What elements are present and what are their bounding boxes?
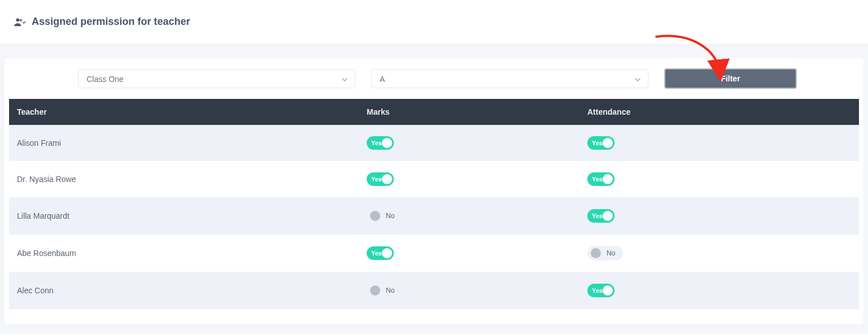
- toggle-knob: [603, 138, 613, 148]
- marks-cell: Yes: [367, 136, 587, 150]
- column-header-marks: Marks: [367, 107, 587, 116]
- toggle-on-label: Yes: [592, 176, 603, 183]
- attendance-cell: Yes: [587, 136, 851, 150]
- teacher-name: Alec Conn: [17, 286, 367, 295]
- table-header: Teacher Marks Attendance: [9, 99, 859, 125]
- toggle-on-label: Yes: [371, 176, 382, 183]
- table-row: Abe RosenbaumYesNo: [9, 235, 859, 272]
- toggle-knob: [370, 211, 380, 221]
- marks-toggle[interactable]: Yes: [367, 246, 394, 260]
- permissions-card: Class One A Filter Teacher Marks Attenda…: [5, 58, 863, 324]
- section-select-value: A: [371, 69, 648, 88]
- toggle-knob: [382, 248, 392, 258]
- toggle-knob: [382, 138, 392, 148]
- toggle-knob: [603, 211, 613, 221]
- teacher-name: Lilla Marquardt: [17, 211, 367, 220]
- attendance-toggle[interactable]: Yes: [587, 136, 615, 150]
- teacher-name: Abe Rosenbaum: [17, 249, 367, 258]
- toggle-on-label: Yes: [592, 140, 603, 146]
- filter-button[interactable]: Filter: [664, 68, 797, 89]
- attendance-cell: Yes: [587, 284, 851, 297]
- column-header-teacher: Teacher: [17, 107, 367, 116]
- toggle-knob: [382, 174, 392, 184]
- marks-cell: No: [367, 209, 587, 223]
- toggle-on-label: Yes: [371, 140, 382, 146]
- permissions-table: Teacher Marks Attendance Alison FramiYes…: [9, 99, 859, 309]
- toggle-off-label: No: [607, 249, 615, 257]
- attendance-cell: Yes: [587, 209, 851, 223]
- people-check-icon: [14, 17, 26, 27]
- attendance-toggle[interactable]: Yes: [587, 172, 615, 186]
- class-select-value: Class One: [78, 69, 355, 88]
- filter-row: Class One A Filter: [5, 68, 863, 99]
- table-row: Dr. Nyasia RoweYesYes: [9, 161, 859, 197]
- toggle-on-label: Yes: [371, 250, 382, 257]
- table-row: Alec ConnNoYes: [9, 272, 859, 309]
- table-body: Alison FramiYesYesDr. Nyasia RoweYesYesL…: [9, 125, 859, 309]
- marks-cell: No: [367, 283, 587, 298]
- toggle-off-label: No: [386, 212, 394, 220]
- marks-cell: Yes: [367, 172, 587, 186]
- content-area: Class One A Filter Teacher Marks Attenda…: [0, 44, 868, 324]
- marks-toggle[interactable]: No: [367, 209, 402, 223]
- attendance-toggle[interactable]: Yes: [587, 284, 615, 297]
- marks-toggle[interactable]: Yes: [367, 172, 394, 186]
- toggle-on-label: Yes: [592, 287, 603, 294]
- attendance-cell: No: [587, 246, 851, 261]
- toggle-off-label: No: [386, 287, 394, 294]
- toggle-on-label: Yes: [592, 212, 603, 219]
- column-header-attendance: Attendance: [587, 107, 851, 116]
- marks-toggle[interactable]: No: [367, 283, 402, 298]
- teacher-name: Alison Frami: [17, 138, 367, 148]
- toggle-knob: [591, 248, 601, 258]
- toggle-knob: [370, 285, 380, 296]
- attendance-toggle[interactable]: Yes: [587, 209, 615, 223]
- page-title: Assigned permission for teacher: [32, 16, 190, 28]
- svg-point-1: [20, 19, 22, 21]
- attendance-cell: Yes: [587, 172, 851, 186]
- marks-cell: Yes: [367, 246, 587, 260]
- section-select[interactable]: A: [371, 69, 648, 88]
- table-row: Alison FramiYesYes: [9, 125, 859, 161]
- page-header: Assigned permission for teacher: [0, 0, 868, 44]
- marks-toggle[interactable]: Yes: [367, 136, 394, 150]
- class-select[interactable]: Class One: [78, 69, 355, 88]
- attendance-toggle[interactable]: No: [587, 246, 623, 261]
- svg-point-0: [16, 18, 19, 21]
- table-row: Lilla MarquardtNoYes: [9, 197, 859, 235]
- teacher-name: Dr. Nyasia Rowe: [17, 175, 367, 184]
- toggle-knob: [603, 285, 613, 296]
- toggle-knob: [603, 174, 613, 184]
